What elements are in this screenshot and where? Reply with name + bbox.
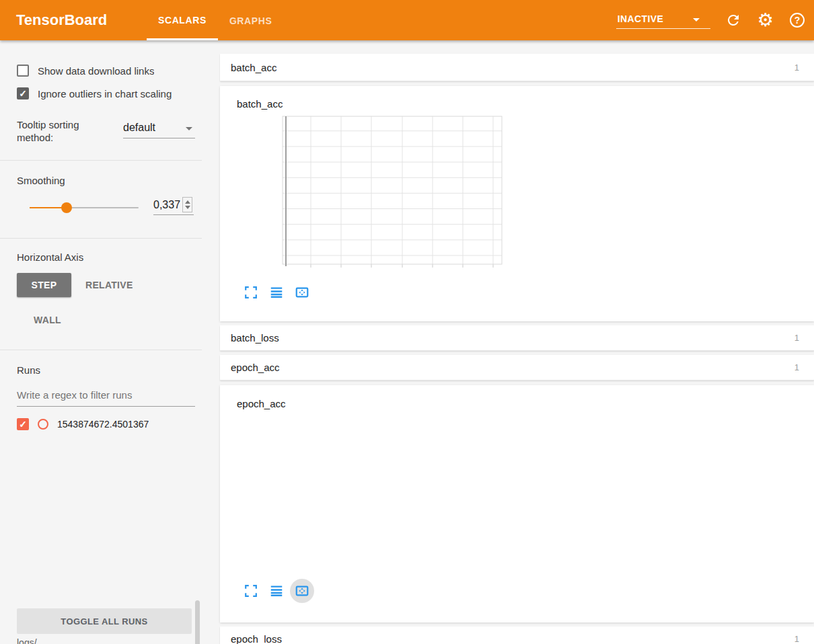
expand-icon[interactable] [244, 583, 258, 598]
category-count: 1 [794, 63, 799, 73]
slider-knob[interactable] [61, 202, 72, 213]
number-stepper[interactable] [182, 197, 192, 212]
stepper-down-icon[interactable] [185, 206, 190, 209]
refresh-icon[interactable] [725, 12, 741, 28]
axis-button-relative[interactable]: RELATIVE [80, 273, 139, 297]
checkbox-ignore-outliers[interactable]: ✓ Ignore outliers in chart scaling [17, 87, 172, 99]
settings-sidebar: Show data download links ✓ Ignore outlie… [0, 40, 202, 644]
category-count: 1 [794, 634, 799, 644]
chevron-down-icon [693, 18, 700, 22]
help-icon[interactable]: ? [790, 13, 805, 28]
sidebar-scrollbar[interactable] [195, 600, 200, 644]
chart-title: batch_acc [237, 98, 283, 110]
tab-graphs[interactable]: GRAPHS [218, 0, 284, 40]
tooltip-sorting-value: default [123, 122, 155, 133]
header-actions: INACTIVE ⚙ ? [616, 0, 814, 40]
log-scale-icon[interactable] [269, 583, 284, 598]
log-scale-icon[interactable] [269, 285, 284, 300]
app-header: TensorBoard SCALARS GRAPHS INACTIVE ⚙ ? [0, 0, 814, 40]
chevron-down-icon [186, 127, 192, 130]
epoch-acc-chart[interactable] [229, 413, 511, 583]
run-checkbox-checked-icon[interactable]: ✓ [17, 418, 29, 430]
horizontal-axis-label: Horizontal Axis [17, 251, 83, 263]
smoothing-value[interactable]: 0,337 [153, 199, 180, 211]
checkbox-label: Show data download links [38, 65, 154, 77]
run-row[interactable]: ✓ 1543874672.4501367 [17, 418, 149, 430]
epoch-acc-card: epoch_acc [220, 385, 814, 622]
category-header-epoch-loss[interactable]: epoch_loss 1 [220, 627, 814, 644]
checkbox-label: Ignore outliers in chart scaling [38, 88, 172, 99]
smoothing-slider[interactable] [30, 207, 139, 208]
category-header-epoch-acc[interactable]: epoch_acc 1 [220, 355, 814, 380]
toggle-all-runs-button[interactable]: TOGGLE ALL RUNS [17, 608, 192, 634]
run-color-swatch-icon[interactable] [38, 419, 48, 430]
divider [0, 238, 202, 239]
run-name: 1543874672.4501367 [57, 419, 149, 430]
checkbox-checked-icon[interactable]: ✓ [17, 87, 29, 99]
category-name: epoch_loss [231, 633, 282, 644]
chart-title: epoch_acc [237, 398, 286, 409]
category-header-batch-acc[interactable]: batch_acc 1 [220, 54, 814, 81]
checkbox-show-download-links[interactable]: Show data download links [17, 65, 154, 77]
smoothing-label: Smoothing [17, 175, 65, 186]
status-dropdown-value: INACTIVE [618, 13, 664, 24]
category-count: 1 [794, 362, 799, 372]
category-name: batch_loss [231, 332, 279, 344]
tab-scalars[interactable]: SCALARS [147, 0, 218, 40]
axis-button-step[interactable]: STEP [17, 273, 71, 297]
category-header-batch-loss[interactable]: batch_loss 1 [220, 325, 814, 351]
fit-domain-icon[interactable] [295, 583, 309, 598]
chart-toolbar [244, 583, 320, 598]
batch-acc-chart[interactable] [229, 113, 511, 280]
status-dropdown[interactable]: INACTIVE [616, 11, 710, 29]
tooltip-sorting-dropdown[interactable]: default [123, 122, 195, 138]
settings-icon[interactable]: ⚙ [757, 11, 774, 30]
runs-filter-input[interactable] [17, 387, 195, 407]
expand-icon[interactable] [244, 285, 258, 300]
divider [0, 350, 202, 350]
chart-toolbar [244, 285, 320, 300]
fit-domain-icon[interactable] [295, 285, 309, 300]
checkbox-unchecked-icon[interactable] [17, 65, 29, 77]
logdir-label: logs/ [17, 637, 37, 644]
category-name: batch_acc [231, 62, 276, 73]
batch-acc-card: batch_acc [220, 86, 814, 321]
nav-tabs: SCALARS GRAPHS [147, 0, 283, 40]
stepper-up-icon[interactable] [185, 200, 190, 204]
divider [0, 160, 202, 161]
app-title: TensorBoard [16, 0, 107, 40]
tooltip-sorting-label: Tooltip sorting method: [17, 118, 108, 144]
axis-button-wall[interactable]: WALL [28, 308, 67, 332]
category-name: epoch_acc [231, 362, 280, 373]
smoothing-value-box: 0,337 [153, 197, 194, 215]
category-count: 1 [794, 333, 799, 343]
runs-label: Runs [17, 364, 40, 376]
